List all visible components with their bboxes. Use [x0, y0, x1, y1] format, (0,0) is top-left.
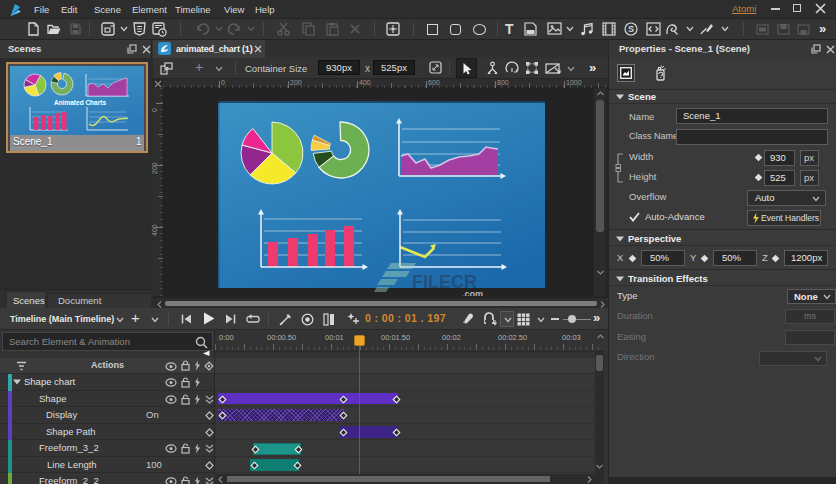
- svg-text:Animated Charts: Animated Charts: [54, 99, 106, 106]
- svg-text:.com: .com: [462, 289, 483, 296]
- svg-text:S: S: [628, 24, 634, 34]
